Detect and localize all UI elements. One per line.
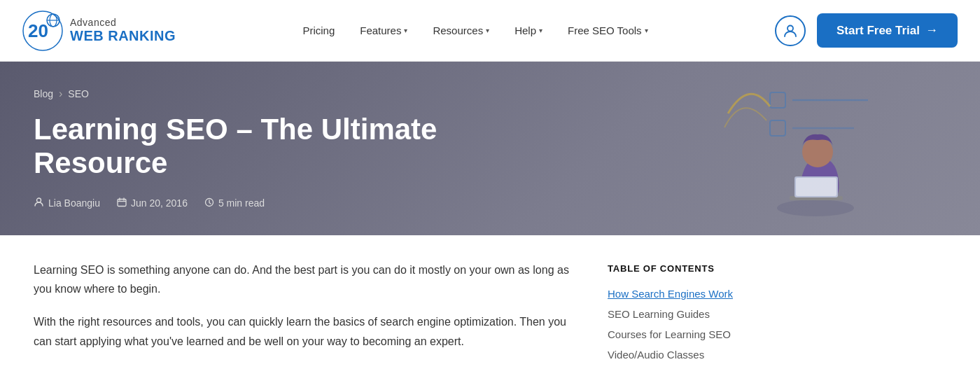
site-header: 20 Advanced WEB RANKING Pricing Features… [0,0,980,62]
toc-item-seo-learning-guides[interactable]: SEO Learning Guides [608,304,790,324]
chevron-down-icon: ▾ [645,27,648,34]
nav-item-features[interactable]: Features ▾ [350,19,417,42]
logo-badge-icon: 20 [22,11,63,51]
breadcrumb-separator: › [59,88,62,100]
svg-rect-16 [118,199,126,206]
toc-item-courses-for-learning-seo[interactable]: Courses for Learning SEO [608,324,790,344]
svg-point-11 [802,137,833,167]
logo-advanced-label: Advanced [70,18,176,28]
breadcrumb-seo[interactable]: SEO [68,88,89,99]
logo-brand-label: WEB RANKING [70,28,176,43]
author-icon [34,197,44,209]
svg-point-5 [788,25,793,31]
article-body: Learning SEO is something anyone can do.… [34,260,580,365]
author-name: Lia Boangiu [48,197,100,209]
chevron-down-icon: ▾ [539,27,542,34]
article-paragraph-1: Learning SEO is something anyone can do.… [34,260,580,298]
author-meta: Lia Boangiu [34,197,100,209]
page-title: Learning SEO – The Ultimate Resource [34,113,524,181]
main-nav: Pricing Features ▾ Resources ▾ Help ▾ Fr… [293,19,657,42]
toc-title: TABLE OF CONTENTS [608,263,790,274]
nav-item-free-seo-tools[interactable]: Free SEO Tools ▾ [558,19,658,42]
clock-icon [204,197,214,209]
toc-item-video-audio-classes[interactable]: Video/Audio Classes [608,344,790,365]
nav-item-pricing[interactable]: Pricing [293,19,344,42]
logo-text: Advanced WEB RANKING [70,18,176,43]
chevron-down-icon: ▾ [486,27,489,34]
main-content: Learning SEO is something anyone can do.… [0,235,980,390]
header-actions: Start Free Trial → [775,13,958,48]
date-meta: Jun 20, 2016 [117,197,188,209]
read-time-meta: 5 min read [204,197,265,209]
nav-item-help[interactable]: Help ▾ [505,19,552,42]
start-trial-button[interactable]: Start Free Trial → [817,13,958,48]
svg-rect-6 [770,92,785,108]
toc-item-how-search-engines-work[interactable]: How Search Engines Work [608,284,790,304]
table-of-contents: TABLE OF CONTENTS How Search Engines Wor… [608,260,790,365]
hero-section: Blog › SEO Learning SEO – The Ultimate R… [0,62,980,235]
read-time: 5 min read [218,197,265,209]
chevron-down-icon: ▾ [404,27,407,34]
breadcrumb-blog[interactable]: Blog [34,88,53,99]
arrow-icon: → [925,23,938,38]
svg-point-15 [37,198,41,202]
svg-rect-14 [796,178,836,196]
article-paragraph-2: With the right resources and tools, you … [34,312,580,350]
svg-rect-8 [770,120,785,136]
user-icon [783,23,798,39]
svg-text:20: 20 [28,20,48,41]
hero-illustration [672,62,938,235]
nav-item-resources[interactable]: Resources ▾ [423,19,499,42]
calendar-icon [117,197,127,209]
logo[interactable]: 20 Advanced WEB RANKING [22,11,176,51]
publish-date: Jun 20, 2016 [131,197,188,209]
svg-point-10 [777,200,854,216]
user-account-button[interactable] [775,15,806,46]
